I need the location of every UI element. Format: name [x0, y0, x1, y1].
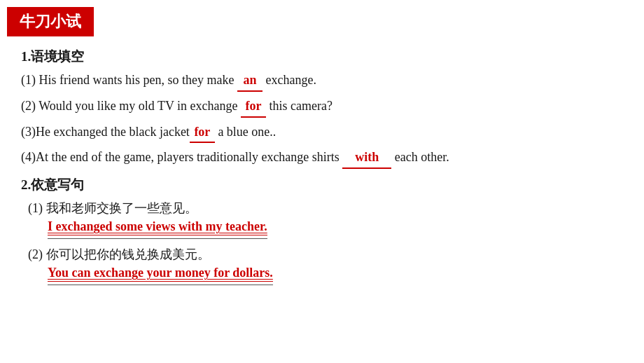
- section1-title: 1.语境填空: [21, 48, 623, 66]
- q3-blank: for: [190, 122, 215, 144]
- sentence-group-2: (2) 你可以把你的钱兑换成美元。 You can exchange your …: [21, 246, 623, 285]
- q4-suffix: each other.: [391, 150, 449, 164]
- q2-suffix: this camera?: [266, 99, 332, 113]
- question-1: (1) His friend wants his pen, so they ma…: [21, 70, 623, 92]
- q1-prefix: (1) His friend wants his pen, so they ma…: [21, 73, 237, 87]
- main-content: 1.语境填空 (1) His friend wants his pen, so …: [0, 36, 644, 296]
- q3-prefix: (3)He exchanged the black jacket: [21, 125, 190, 139]
- s2-english-container: You can exchange your money for dollars.: [28, 266, 623, 285]
- s2-chinese: 你可以把你的钱兑换成美元。: [46, 247, 210, 261]
- s1-number: (1): [28, 201, 43, 215]
- s2-underline-box: You can exchange your money for dollars.: [48, 266, 273, 285]
- section2-title: 2.依意写句: [21, 176, 623, 194]
- q3-suffix: a blue one..: [215, 125, 276, 139]
- header-banner: 牛刀小试: [7, 7, 94, 36]
- question-3: (3)He exchanged the black jacketfor a bl…: [21, 122, 623, 144]
- s1-chinese-line: (1) 我和老师交换了一些意见。: [28, 200, 623, 217]
- q2-blank: for: [241, 96, 266, 118]
- q2-prefix: (2) Would you like my old TV in exchange: [21, 99, 241, 113]
- s1-chinese: 我和老师交换了一些意见。: [46, 201, 197, 215]
- q4-prefix: (4)At the end of the game, players tradi…: [21, 150, 342, 164]
- s2-chinese-line: (2) 你可以把你的钱兑换成美元。: [28, 246, 623, 263]
- q1-blank: an: [237, 70, 262, 92]
- s1-english: I exchanged some views with my teacher.: [48, 219, 267, 235]
- sentence-group-1: (1) 我和老师交换了一些意见。 I exchanged some views …: [21, 200, 623, 239]
- q1-suffix: exchange.: [262, 73, 316, 87]
- question-4: (4)At the end of the game, players tradi…: [21, 147, 623, 169]
- question-2: (2) Would you like my old TV in exchange…: [21, 96, 623, 118]
- s2-number: (2): [28, 247, 43, 261]
- s2-english: You can exchange your money for dollars.: [48, 266, 273, 282]
- s1-underline-box: I exchanged some views with my teacher.: [48, 219, 267, 239]
- header-title: 牛刀小试: [20, 13, 81, 30]
- s1-english-container: I exchanged some views with my teacher.: [28, 219, 623, 239]
- q4-blank: with: [342, 147, 391, 169]
